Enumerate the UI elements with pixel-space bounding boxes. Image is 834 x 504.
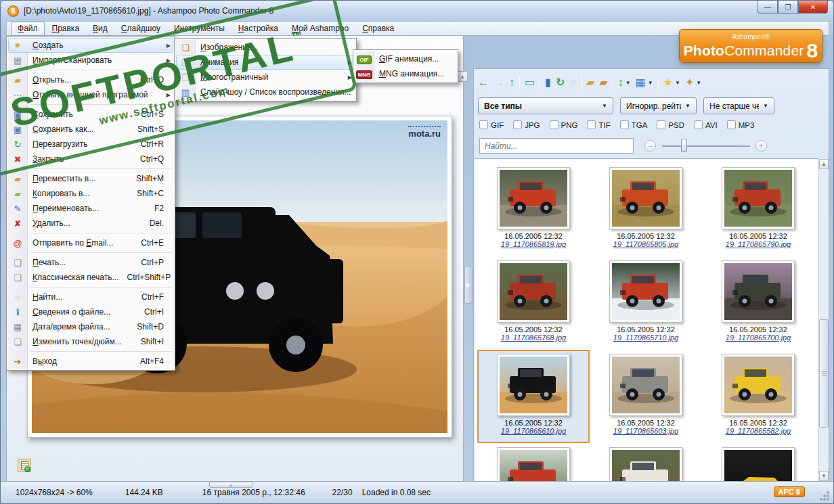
thumbnail-image[interactable] — [722, 260, 795, 323]
menu-item-email[interactable]: @Отправить по Email... Ctrl+E — [8, 235, 173, 250]
rating-filter-dropdown[interactable]: Игнорир. рейтинг ▼ — [620, 97, 697, 114]
view-grid-icon[interactable]: ▦ — [636, 77, 646, 88]
thumbnail-image[interactable] — [722, 447, 795, 482]
chevron-down-icon[interactable]: ▼ — [696, 80, 701, 86]
menu-item-gif-animation[interactable]: GIFGIF анимация... — [355, 51, 456, 66]
chevron-down-icon[interactable]: ▼ — [648, 80, 653, 86]
menu-item-move-to[interactable]: ▰Переместить в... Shift+M — [8, 171, 173, 186]
panel-splitter[interactable]: ▲ ▶ — [464, 36, 473, 482]
thumbnail-filename[interactable]: 19_1170865603.jpg — [613, 427, 678, 435]
menu-item-create[interactable]: ✷Создать ▶ — [8, 38, 173, 53]
format-checkbox-mp3[interactable]: MP3 — [727, 120, 755, 129]
menu-item-new-animation[interactable]: ❐Анимация ▶ — [176, 55, 355, 70]
thumbnail-cell[interactable]: 16.05.2005 12:32 19_1170865603.jpg — [590, 350, 702, 443]
sort-az-icon[interactable]: ↕ — [618, 77, 623, 88]
menu-item-save[interactable]: ▣Сохранить Ctrl+S — [8, 107, 173, 122]
folder-search-icon[interactable]: ▰ — [586, 77, 594, 88]
thumbnail-cell[interactable]: 16.05.2005 12:32 19_1170865710.jpg — [590, 256, 702, 350]
menu-item-new-slideshow[interactable]: ▥Слайд-шоу / Список воспроизведения... — [176, 85, 355, 99]
thumbnail-filename[interactable]: 19_1170865700.jpg — [726, 334, 791, 342]
thumbnail-filename[interactable]: 19_1170865790.jpg — [726, 240, 791, 248]
search-input[interactable] — [479, 138, 634, 154]
menu-item-change-dpi[interactable]: ❏Изменить точек/дюйм... Shift+I — [8, 334, 173, 349]
menubar-item-5[interactable]: Настройка — [232, 22, 284, 35]
format-checkbox-psd[interactable]: PSD — [657, 120, 684, 129]
thumbnail-cell-partial[interactable] — [477, 443, 590, 482]
menu-item-open-external[interactable]: ⋯Открыть внешней программой ▶ — [8, 87, 173, 102]
format-checkbox-png[interactable]: PNG — [550, 120, 578, 129]
thumbnail-image[interactable] — [497, 260, 570, 323]
minimize-button[interactable]: — — [758, 1, 778, 14]
thumbnail-filename[interactable]: 19_1170865710.jpg — [613, 334, 678, 342]
menubar-item-4[interactable]: Инструменты — [168, 22, 231, 35]
menubar-item-7[interactable]: Справка — [356, 22, 400, 35]
thumbnail-scrollbar[interactable]: ▲ ▼ — [818, 158, 829, 482]
menu-item-find[interactable]: ○Найти... Ctrl+F — [8, 290, 173, 304]
menu-item-file-datetime[interactable]: ▦Дата/время файла... Shift+D — [8, 319, 173, 334]
thumbnail-image[interactable] — [497, 354, 570, 416]
fullscreen-icon[interactable]: ▭ — [525, 77, 535, 88]
thumbnail-cell[interactable]: 16.05.2005 12:32 19_1170865819.jpg — [477, 163, 590, 256]
menubar-item-1[interactable]: Правка — [46, 22, 86, 35]
menubar-item-3[interactable]: Слайдшоу — [115, 22, 167, 35]
menu-item-new-multipage[interactable]: ❐Многостраничный ▶ — [176, 70, 355, 85]
thumbnail-filename[interactable]: 19_1170865610.jpg — [501, 427, 566, 435]
maximize-button[interactable]: ❐ — [778, 1, 798, 14]
exif-toggle-button[interactable] — [18, 459, 31, 472]
resize-grip[interactable] — [820, 491, 829, 501]
thumbnail-filename[interactable]: 19_1170865768.jpg — [501, 334, 566, 342]
thumbnail-image[interactable] — [609, 447, 682, 482]
menu-item-close[interactable]: ✖Закрыть Ctrl+Q — [8, 152, 173, 166]
forward-icon[interactable]: → — [493, 77, 504, 88]
format-checkbox-tif[interactable]: TIF — [587, 120, 610, 129]
search-icon[interactable]: ○ — [569, 77, 576, 88]
zoom-slider-thumb[interactable] — [681, 139, 687, 152]
menubar-item-0[interactable]: Файл — [11, 22, 45, 36]
menu-item-import-scan[interactable]: ▦Импорт/Сканировать ▶ — [8, 53, 173, 68]
menu-item-copy-to[interactable]: ▰Копировать в... Shift+C — [8, 186, 173, 201]
up-icon[interactable]: ↑ — [509, 77, 514, 88]
statusbar-splitter-grip[interactable]: ▲ — [209, 482, 253, 488]
scroll-up-icon[interactable]: ▲ — [819, 159, 829, 169]
thumbnail-image[interactable] — [497, 167, 570, 229]
menubar-item-6[interactable]: Мой Ashampoo — [286, 22, 355, 35]
thumbnail-cell-partial[interactable] — [702, 443, 814, 482]
close-button[interactable]: ✕ — [798, 1, 828, 14]
thumbnail-cell[interactable]: 16.05.2005 12:32 19_1170865768.jpg — [477, 256, 590, 350]
file-type-dropdown[interactable]: Все типы ▼ — [478, 97, 613, 114]
scroll-down-icon[interactable]: ▼ — [819, 471, 829, 481]
menu-item-rename[interactable]: ✎Переименовать... F2 — [8, 201, 173, 216]
menu-item-save-as[interactable]: ▣Сохранить как... Shift+S — [8, 122, 173, 137]
refresh-icon[interactable]: ↻ — [556, 77, 565, 88]
age-filter-dropdown[interactable]: Не старше чем... ▼ — [703, 97, 774, 114]
splitter-up-button[interactable]: ▲ — [457, 71, 468, 82]
rating-star-icon[interactable]: ★ — [663, 77, 673, 88]
thumbnail-image[interactable] — [609, 167, 682, 229]
thumbnail-filename[interactable]: 19_1170865805.jpg — [613, 240, 678, 248]
menu-item-reload[interactable]: ↻Перезагрузить Ctrl+R — [8, 137, 173, 152]
menu-item-print[interactable]: ❑Печать... Ctrl+P — [8, 255, 173, 270]
menu-item-mng-animation[interactable]: MNGMNG анимация... — [355, 66, 456, 81]
menu-item-print-classic[interactable]: ❑Классическая печать... Ctrl+Shift+P — [8, 270, 173, 285]
thumbnail-image[interactable] — [609, 354, 682, 416]
splitter-collapse-handle[interactable]: ▶ — [464, 266, 473, 304]
menu-item-exit[interactable]: ➔Выход Alt+F4 — [8, 354, 173, 369]
thumbnail-cell-selected[interactable]: 16.05.2005 12:32 19_1170865610.jpg — [477, 350, 590, 443]
thumbnail-cell-partial[interactable] — [590, 443, 702, 482]
format-checkbox-jpg[interactable]: JPG — [513, 120, 540, 129]
back-icon[interactable]: ← — [478, 77, 489, 88]
chevron-down-icon[interactable]: ▼ — [675, 80, 680, 86]
menubar-item-2[interactable]: Вид — [87, 22, 114, 35]
thumbnail-cell[interactable]: 16.05.2005 12:32 19_1170865700.jpg — [702, 256, 814, 350]
chevron-down-icon[interactable]: ▼ — [626, 80, 631, 86]
menu-item-open[interactable]: ▰Открыть... Ctrl+O — [8, 72, 173, 87]
zoom-slider-track[interactable] — [662, 145, 750, 147]
menu-item-delete[interactable]: ✘Удалить... Del. — [8, 216, 173, 231]
folder-ok-icon[interactable]: ▰ — [599, 77, 607, 88]
scrollbar-thumb[interactable] — [819, 319, 829, 428]
effects-icon[interactable]: ✦ — [685, 77, 694, 88]
thumbnail-image[interactable] — [497, 447, 570, 482]
thumbnail-filename[interactable]: 19_1170865582.jpg — [726, 427, 791, 435]
menu-item-file-info[interactable]: ℹСведения о файле... Ctrl+I — [8, 304, 173, 319]
thumbnail-cell[interactable]: 16.05.2005 12:32 19_1170865790.jpg — [702, 163, 814, 256]
